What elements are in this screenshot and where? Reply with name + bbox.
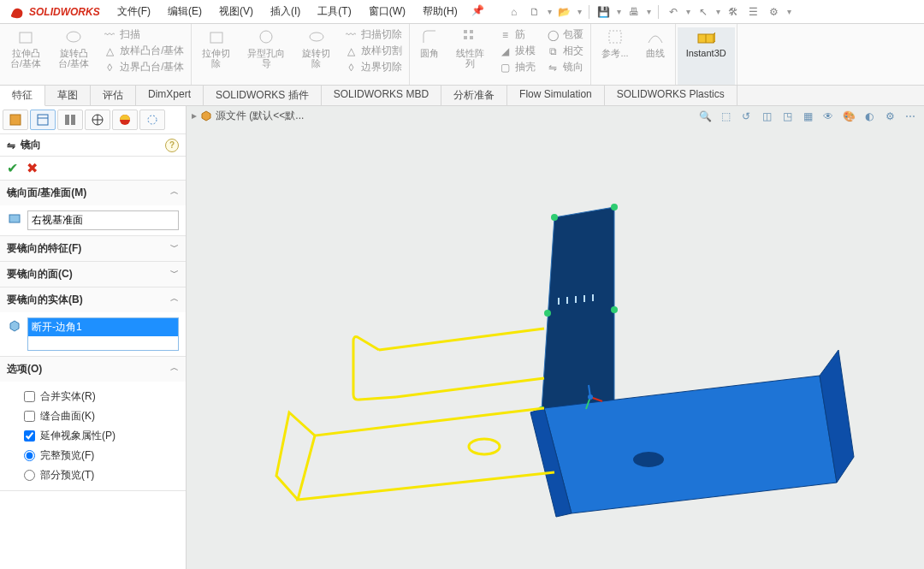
option-full-preview[interactable]: 完整预览(F)	[7, 446, 179, 465]
intersect-icon: ⧉	[546, 44, 560, 58]
tool-boundary-cut[interactable]: ◊边界切除	[344, 60, 402, 74]
tab-analysis-prep[interactable]: 分析准备	[441, 86, 507, 105]
body-selector-icon	[7, 317, 22, 333]
curves-icon	[646, 27, 665, 46]
model-3d-view[interactable]	[187, 106, 924, 569]
tab-sw-plastics[interactable]: SOLIDWORKS Plastics	[605, 86, 737, 105]
dimxpert-manager-tab[interactable]	[85, 110, 110, 130]
property-manager: ⇋ 镜向 ? ✔ ✖ 镜向面/基准面(M)︿ 右视基准面 要镜向的特征(F)﹀ …	[0, 106, 187, 569]
tab-flow-sim[interactable]: Flow Simulation	[507, 86, 605, 105]
tool-extrude-boss[interactable]: 拉伸凸 台/基体	[2, 27, 50, 85]
chevron-up-icon: ︿	[170, 362, 179, 376]
tool-sweep[interactable]: 〰扫描	[103, 27, 140, 42]
tool-boundary[interactable]: ◊边界凸台/基体	[103, 60, 184, 74]
cut-boundary-icon: ◊	[344, 61, 358, 74]
display-manager-tab[interactable]	[112, 110, 138, 130]
svg-point-25	[611, 204, 618, 210]
print-icon[interactable]: 🖶	[626, 4, 642, 20]
bodies-list[interactable]: 断开-边角1	[27, 317, 179, 351]
svg-point-27	[611, 306, 618, 313]
tool-loft-cut[interactable]: △放样切割	[344, 44, 402, 58]
tab-dimxpert[interactable]: DimXpert	[136, 86, 204, 105]
tool-curves[interactable]: 曲线	[637, 27, 673, 85]
svg-rect-3	[210, 33, 222, 43]
hole-icon	[257, 27, 275, 46]
menu-file[interactable]: 文件(F)	[109, 1, 159, 22]
feature-tree-tab[interactable]	[3, 110, 28, 130]
config-manager-tab[interactable]	[57, 110, 83, 130]
menu-tools[interactable]: 工具(T)	[309, 1, 359, 22]
loft-icon: △	[103, 44, 116, 58]
graphics-viewport[interactable]: ▸ 源文件 (默认<<默... 🔍 ⬚ ↺ ◫ ◳ ▦ 👁 🎨 ◐ ⚙ ⋯	[187, 106, 924, 569]
cancel-button[interactable]: ✖	[27, 160, 38, 176]
mirror-plane-input[interactable]: 右视基准面	[27, 210, 179, 230]
section-options[interactable]: 选项(O)︿	[0, 357, 186, 382]
save-icon[interactable]: 💾	[596, 4, 612, 20]
tool-revolve-boss[interactable]: 旋转凸 台/基体	[50, 27, 98, 85]
section-faces-to-mirror[interactable]: 要镜向的面(C)﹀	[0, 262, 186, 287]
rib-icon: ≡	[498, 28, 512, 42]
body-selection-item[interactable]: 断开-边角1	[28, 318, 178, 336]
section-features-to-mirror[interactable]: 要镜向的特征(F)﹀	[0, 236, 186, 261]
tool-revolve-cut[interactable]: 旋转切 除	[293, 27, 339, 85]
undo-icon[interactable]: ↶	[666, 4, 681, 20]
svg-rect-16	[65, 115, 69, 125]
fillet-icon	[420, 27, 439, 46]
help-icon[interactable]: ?	[165, 139, 179, 152]
tool-extrude-cut[interactable]: 拉伸切 除	[193, 27, 239, 85]
draft-icon: ◢	[498, 44, 512, 58]
option-propagate-visual[interactable]: 延伸视象属性(P)	[7, 426, 179, 446]
cut-revolve-icon	[307, 27, 326, 46]
tool-intersect[interactable]: ⧉相交	[546, 44, 583, 58]
shell-icon: ▢	[498, 61, 512, 74]
command-toolbar: 拉伸凸 台/基体 旋转凸 台/基体 〰扫描 △放样凸台/基体 ◊边界凸台/基体 …	[0, 24, 924, 86]
tab-evaluate[interactable]: 评估	[91, 86, 136, 105]
menu-edit[interactable]: 编辑(E)	[159, 1, 210, 22]
menu-window[interactable]: 窗口(W)	[360, 1, 414, 22]
tool-hole-wizard[interactable]: 异型孔向 导	[239, 27, 293, 85]
tab-features[interactable]: 特征	[0, 86, 45, 106]
rebuild-icon[interactable]: 🛠	[726, 4, 741, 20]
tool-sweep-cut[interactable]: 〰扫描切除	[344, 27, 402, 42]
tab-sketch[interactable]: 草图	[45, 86, 91, 105]
tab-sw-addins[interactable]: SOLIDWORKS 插件	[204, 86, 322, 105]
option-merge-solids[interactable]: 合并实体(R)	[7, 387, 179, 406]
option-partial-preview[interactable]: 部分预览(T)	[7, 465, 179, 485]
option-knit-surfaces[interactable]: 缝合曲面(K)	[7, 406, 179, 426]
new-icon[interactable]: 🗋	[527, 4, 542, 20]
tool-fillet[interactable]: 圆角	[412, 27, 447, 85]
chevron-down-icon: ﹀	[170, 267, 179, 282]
settings-icon[interactable]: ⚙	[767, 4, 782, 20]
tool-instant3d[interactable]: Instant3D	[678, 27, 735, 85]
tool-linear-pattern[interactable]: 线性阵 列	[447, 27, 493, 85]
open-icon[interactable]: 📂	[557, 4, 572, 20]
menu-items: 文件(F) 编辑(E) 视图(V) 插入(I) 工具(T) 窗口(W) 帮助(H…	[109, 1, 489, 22]
menu-insert[interactable]: 插入(I)	[262, 1, 309, 22]
tab-sw-mbd[interactable]: SOLIDWORKS MBD	[322, 86, 441, 105]
mirror-header-icon: ⇋	[7, 139, 15, 151]
tool-draft[interactable]: ◢拔模	[498, 44, 536, 58]
options-icon[interactable]: ☰	[746, 4, 761, 20]
chevron-up-icon: ︿	[170, 293, 179, 307]
pm-title: 镜向	[21, 138, 41, 152]
menu-help[interactable]: 帮助(H)	[414, 1, 466, 22]
property-manager-tab[interactable]	[30, 110, 56, 130]
section-bodies-to-mirror[interactable]: 要镜向的实体(B)︿	[0, 287, 186, 312]
extrude-icon	[16, 27, 35, 46]
svg-rect-23	[9, 215, 20, 222]
section-mirror-plane[interactable]: 镜向面/基准面(M)︿	[0, 181, 186, 205]
menu-pin-icon[interactable]: 📌	[466, 1, 489, 22]
tool-shell[interactable]: ▢抽壳	[498, 60, 536, 74]
tool-loft[interactable]: △放样凸台/基体	[103, 44, 184, 58]
ok-button[interactable]: ✔	[7, 160, 18, 176]
tool-reference-geometry[interactable]: 参考...	[593, 27, 637, 85]
home-icon[interactable]: ⌂	[506, 4, 522, 20]
select-icon[interactable]: ↖	[696, 4, 711, 20]
tool-rib[interactable]: ≡筋	[498, 27, 525, 42]
menu-view[interactable]: 视图(V)	[210, 1, 262, 22]
tool-wrap[interactable]: ◯包覆	[546, 27, 583, 42]
extra-manager-tab[interactable]	[139, 110, 165, 130]
svg-marker-24	[542, 207, 614, 412]
svg-point-5	[310, 33, 323, 41]
tool-mirror[interactable]: ⇋镜向	[546, 60, 583, 74]
